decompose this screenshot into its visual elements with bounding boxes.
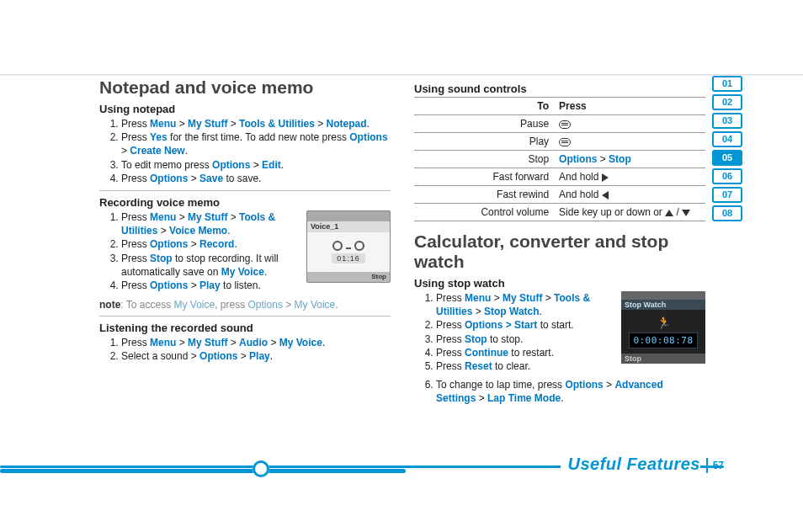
list-item: Press Options > Save to save. (121, 172, 391, 185)
stopwatch-screenshot: Stop Watch 🏃 0:00:08:78 Stop (621, 291, 705, 364)
list-item: Press Stop to stop recording. It will au… (121, 252, 300, 279)
down-arrow-icon (682, 210, 690, 216)
chapter-tab-07[interactable]: 07 (712, 187, 742, 203)
left-arrow-icon (602, 191, 609, 200)
list-item: Press Menu > My Stuff > Tools & Utilitie… (121, 117, 391, 130)
footer-ribbon: Useful Features 57 (0, 456, 724, 480)
chapter-tabs: 0102030405060708 (712, 76, 742, 221)
table-row: StopOptions > Stop (414, 151, 705, 168)
th-press: Press (554, 98, 705, 115)
chapter-tab-01[interactable]: 01 (712, 76, 742, 92)
note-line: note: To access My Voice, press Options … (99, 299, 391, 311)
up-arrow-icon (665, 210, 673, 216)
sw-shot-time: 0:00:08:78 (629, 332, 697, 348)
chapter-tab-04[interactable]: 04 (712, 131, 742, 147)
stopwatch-steps-cont: To change to lap time, press Options > A… (436, 378, 705, 405)
page-number: 57 (706, 458, 724, 473)
footer-label: Useful Features (561, 455, 700, 474)
th-to: To (414, 98, 554, 115)
chapter-tab-05[interactable]: 05 (712, 150, 742, 166)
sw-shot-title: Stop Watch (621, 300, 705, 310)
voice-memo-screenshot: Voice_1 01:16 Stop (306, 210, 391, 283)
list-item: Press Menu > My Stuff > Tools & Utilitie… (121, 210, 300, 237)
page-content: Notepad and voice memo Using notepad Pre… (99, 77, 705, 411)
runner-icon: 🏃 (657, 316, 671, 329)
listening-steps: Press Menu > My Stuff > Audio > My Voice… (121, 336, 391, 363)
h1-notepad-voice: Notepad and voice memo (99, 77, 391, 98)
chapter-tab-08[interactable]: 08 (712, 205, 742, 221)
reel-icon (332, 241, 364, 251)
table-row: Play (414, 133, 705, 151)
right-arrow-icon (602, 173, 609, 182)
list-item: To edit memo press Options > Edit. (121, 158, 391, 172)
list-item: Press Stop to stop. (436, 332, 614, 346)
table-row: Pause (414, 115, 705, 133)
voice-shot-foot: Stop (307, 272, 390, 282)
stopwatch-steps: Press Menu > My Stuff > Tools & Utilitie… (436, 291, 614, 373)
list-item: Press Menu > My Stuff > Audio > My Voice… (121, 336, 391, 349)
right-column: Using sound controls To Press Pause Play… (414, 77, 705, 411)
h2-using-notepad: Using notepad (99, 103, 391, 115)
list-item: Press Yes for the first time. To add new… (121, 130, 391, 157)
top-rule (0, 74, 803, 76)
left-column: Notepad and voice memo Using notepad Pre… (99, 77, 391, 411)
divider (99, 316, 391, 317)
h1-calculator: Calculator, converter and stop watch (414, 231, 705, 272)
h2-sound-controls: Using sound controls (414, 82, 705, 95)
sw-shot-foot: Stop (621, 354, 705, 364)
list-item: To change to lap time, press Options > A… (436, 378, 705, 405)
list-item: Press Reset to clear. (436, 359, 614, 373)
list-item: Press Options > Play to listen. (121, 279, 300, 292)
list-item: Press Menu > My Stuff > Tools & Utilitie… (436, 291, 614, 318)
list-item: Press Options > Start to start. (436, 318, 614, 332)
list-item: Select a sound > Options > Play. (121, 349, 391, 363)
voice-shot-title: Voice_1 (307, 221, 390, 232)
chapter-tab-02[interactable]: 02 (712, 94, 742, 110)
table-row: Control volumeSide key up or down or / (414, 204, 705, 221)
table-row: Fast rewindAnd hold (414, 186, 705, 204)
notepad-steps: Press Menu > My Stuff > Tools & Utilitie… (121, 117, 391, 185)
h2-recording: Recording voice memo (99, 196, 391, 209)
divider (99, 190, 391, 191)
h2-stopwatch: Using stop watch (414, 277, 705, 290)
h2-listening: Listening the recorded sound (99, 322, 391, 334)
list-item: Press Continue to restart. (436, 346, 614, 359)
chapter-tab-06[interactable]: 06 (712, 168, 742, 184)
chapter-tab-03[interactable]: 03 (712, 113, 742, 129)
ok-key-icon (559, 120, 571, 129)
list-item: Press Options > Record. (121, 237, 300, 251)
voice-shot-time: 01:16 (332, 253, 365, 263)
table-row: Fast forwardAnd hold (414, 168, 705, 186)
sound-controls-table: To Press Pause Play StopOptions > Stop F… (414, 97, 705, 221)
recording-steps: Press Menu > My Stuff > Tools & Utilitie… (121, 210, 300, 292)
ok-key-icon (559, 138, 571, 146)
